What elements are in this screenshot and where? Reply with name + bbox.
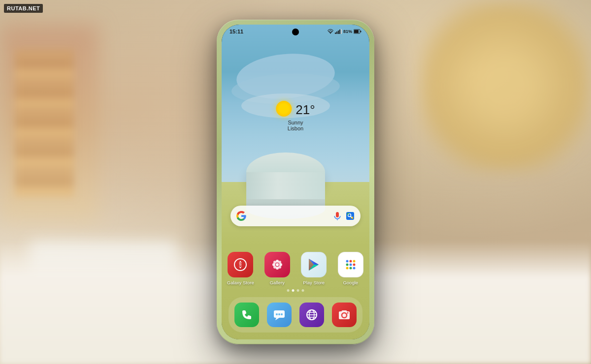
page-indicator: [287, 289, 304, 292]
messages-app-icon[interactable]: [267, 303, 292, 327]
dot-3: [297, 289, 299, 292]
svg-point-35: [349, 263, 352, 266]
voice-search-icon[interactable]: [333, 212, 342, 220]
front-camera: [292, 29, 299, 35]
svg-rect-3: [338, 30, 339, 34]
dock: [229, 297, 362, 333]
app-row-1: S Galaxy Store: [227, 252, 364, 285]
svg-point-23: [273, 261, 276, 264]
svg-point-42: [276, 313, 278, 315]
svg-text:S: S: [239, 262, 242, 267]
battery-level: 81%: [343, 29, 352, 34]
svg-point-33: [353, 260, 355, 262]
weather-city: Lisbon: [276, 125, 315, 131]
camera-svg: [337, 308, 351, 322]
svg-point-26: [278, 266, 281, 269]
app-galaxy-store[interactable]: S Galaxy Store: [227, 252, 255, 285]
galaxy-store-svg: S: [233, 257, 248, 272]
google-icon[interactable]: [338, 252, 363, 277]
battery-icon: [354, 29, 361, 34]
internet-svg: [305, 308, 319, 322]
svg-point-51: [347, 312, 349, 314]
dock-app-messages[interactable]: [267, 303, 292, 327]
svg-point-31: [346, 260, 348, 262]
svg-rect-2: [336, 31, 337, 34]
phone-app-icon[interactable]: [234, 303, 259, 327]
phone: 15:11: [217, 20, 374, 344]
svg-point-36: [353, 263, 355, 266]
galaxy-store-label: Galaxy Store: [227, 280, 254, 285]
watermark: RUTAB.NET: [4, 4, 43, 13]
svg-point-38: [349, 267, 352, 269]
svg-point-39: [353, 267, 355, 269]
svg-rect-4: [339, 30, 340, 34]
bg-stripes: [15, 49, 74, 197]
svg-point-43: [278, 313, 280, 315]
screen[interactable]: 15:11: [222, 25, 369, 339]
svg-point-32: [349, 260, 352, 262]
weather-widget[interactable]: 21° Sunny Lisbon: [276, 101, 315, 131]
dock-app-internet[interactable]: [299, 303, 324, 327]
svg-point-34: [346, 263, 348, 266]
gallery-label: Gallery: [270, 280, 285, 285]
play-store-label: Play Store: [303, 280, 325, 285]
signal-icon: [335, 29, 342, 34]
phone-screen-container: 15:11: [222, 25, 369, 339]
phone-svg: [240, 308, 253, 321]
play-store-icon[interactable]: [301, 252, 327, 277]
google-svg: [344, 258, 358, 272]
app-play-store[interactable]: Play Store: [300, 252, 328, 285]
weather-sun-icon: [276, 101, 292, 117]
phone-body: 15:11: [217, 20, 374, 344]
app-google[interactable]: Google: [337, 252, 365, 285]
dot-4: [302, 289, 304, 292]
weather-condition: Sunny: [276, 120, 315, 125]
messages-svg: [272, 308, 286, 322]
internet-app-icon[interactable]: [299, 303, 324, 327]
dot-1: [287, 289, 290, 292]
dock-app-phone[interactable]: [234, 303, 259, 327]
svg-rect-13: [347, 213, 348, 215]
svg-rect-7: [354, 30, 359, 33]
google-label: Google: [343, 280, 358, 285]
dot-2: [292, 289, 295, 292]
google-search-bar[interactable]: [230, 206, 361, 226]
svg-point-44: [281, 313, 283, 315]
app-gallery[interactable]: Gallery: [263, 252, 292, 285]
svg-rect-1: [335, 32, 336, 34]
bg-chair: [419, 0, 591, 172]
svg-point-0: [330, 33, 331, 34]
galaxy-store-icon[interactable]: S: [228, 252, 253, 277]
dock-app-camera[interactable]: [332, 303, 357, 327]
svg-rect-15: [353, 216, 354, 219]
clock: 15:11: [230, 29, 243, 34]
svg-rect-5: [341, 29, 342, 34]
camera-app-icon[interactable]: [332, 303, 357, 327]
svg-rect-8: [361, 31, 361, 32]
svg-point-18: [276, 263, 279, 266]
weather-temperature: 21°: [296, 103, 315, 116]
app-grid: S Galaxy Store: [222, 252, 369, 285]
svg-point-24: [278, 261, 281, 264]
svg-point-25: [273, 266, 276, 269]
lens-search-icon[interactable]: [346, 212, 355, 220]
google-g-icon: [236, 211, 246, 221]
gallery-icon[interactable]: [264, 252, 290, 277]
status-icons: 81%: [328, 29, 361, 34]
wifi-icon: [328, 29, 333, 34]
svg-marker-41: [275, 318, 279, 320]
play-store-svg: [306, 257, 321, 272]
svg-point-37: [346, 267, 348, 269]
gallery-svg: [270, 258, 284, 272]
